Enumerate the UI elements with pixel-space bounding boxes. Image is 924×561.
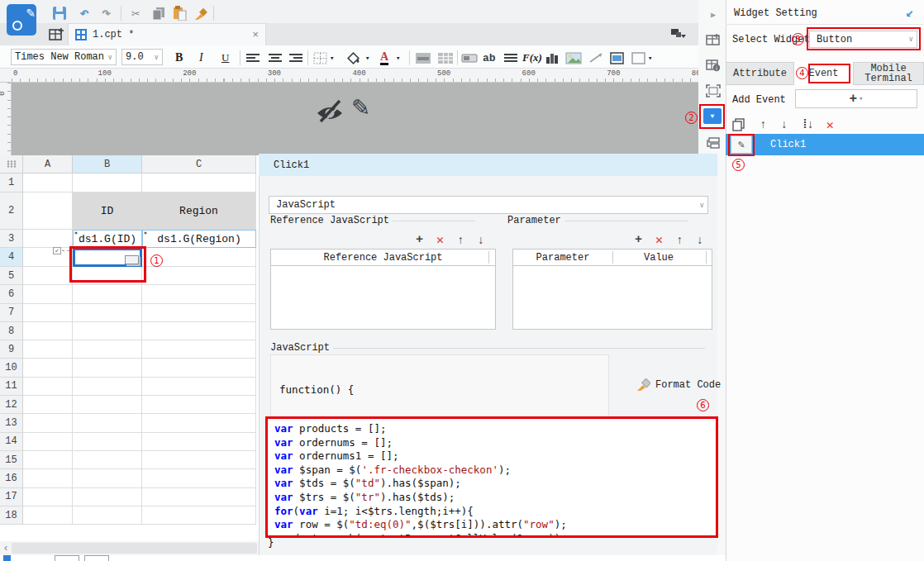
cell-A5[interactable] (23, 267, 73, 285)
sort-icon[interactable]: ⁞↓ (802, 118, 812, 131)
cell-A2[interactable] (23, 193, 73, 230)
fill-color-button[interactable] (347, 50, 362, 66)
row-header-3[interactable]: 3 (0, 230, 23, 248)
row-header-10[interactable]: 10 (0, 359, 23, 377)
cell-B17[interactable] (73, 488, 142, 506)
event-list-item-click1[interactable]: ✎ Click1 (726, 134, 924, 155)
row-header-5[interactable]: 5 (0, 267, 23, 285)
shape-caret-icon[interactable]: ▾ (648, 50, 652, 66)
cell-C6[interactable] (142, 285, 256, 303)
row-header-7[interactable]: 7 (0, 304, 23, 322)
cell-attribute-button[interactable]: i (704, 57, 722, 74)
align-right-button[interactable] (289, 50, 302, 66)
cell-B10[interactable] (73, 359, 142, 377)
reference-js-table[interactable]: Reference JavaScript (270, 249, 496, 330)
cell-C11[interactable] (142, 378, 256, 396)
cell-B3[interactable]: ds1.G(ID) (73, 230, 142, 248)
cell-A3[interactable] (23, 230, 73, 248)
text-widget-button[interactable] (461, 50, 478, 66)
cell-A7[interactable] (23, 304, 73, 322)
float-element-button[interactable] (704, 83, 722, 99)
cell-B13[interactable] (73, 414, 142, 432)
move-down-icon[interactable]: ↓ (696, 234, 703, 247)
move-up-icon[interactable]: ↑ (676, 234, 683, 247)
condition-attribute-button[interactable] (704, 135, 722, 151)
row-header-13[interactable]: 13 (0, 414, 23, 432)
cell-C8[interactable] (142, 322, 256, 340)
cell-C12[interactable] (142, 396, 256, 414)
horizontal-scrollbar[interactable]: ‹ (0, 541, 259, 555)
add-icon[interactable]: + (416, 233, 423, 247)
delete-icon[interactable]: ✕ (655, 232, 663, 248)
copy-button[interactable] (149, 4, 169, 22)
format-code-button[interactable]: Format Code (636, 378, 721, 392)
row-header-11[interactable]: 11 (0, 378, 23, 396)
cell-A8[interactable] (23, 322, 73, 340)
cell-B9[interactable] (73, 340, 142, 359)
scroll-left-icon[interactable]: ‹ (0, 543, 12, 554)
italic-button[interactable]: I (199, 50, 203, 66)
row-header-17[interactable]: 17 (0, 488, 23, 506)
row-header-18[interactable]: 18 (0, 506, 23, 525)
row-header-6[interactable]: 6 (0, 285, 23, 303)
column-header-B[interactable]: B (73, 155, 142, 174)
cell-C3[interactable]: ds1.G(Region) (142, 230, 256, 248)
cell-C2[interactable]: Region (142, 193, 256, 230)
scrollbar-track[interactable] (12, 543, 257, 554)
formula-button[interactable]: F(x) (522, 50, 542, 66)
bold-button[interactable]: B (175, 50, 183, 66)
parameter-table[interactable]: Parameter Value (512, 249, 712, 330)
move-up-icon[interactable]: ↑ (457, 234, 464, 247)
column-header-A[interactable]: A (23, 155, 73, 174)
cell-A17[interactable] (23, 488, 73, 506)
tab-attribute[interactable]: Attribute (726, 62, 794, 85)
cell-A15[interactable] (23, 451, 73, 469)
cell-B1[interactable] (73, 174, 142, 193)
copy-event-icon[interactable] (732, 118, 745, 131)
tab-list-button[interactable] (669, 27, 689, 42)
split-cells-button[interactable] (437, 50, 454, 66)
javascript-code-editor[interactable]: var products = [];var ordernums = [];var… (265, 416, 718, 538)
cell-B2[interactable]: ID (73, 193, 142, 230)
report-block-button[interactable] (610, 50, 624, 66)
delete-event-icon[interactable]: ✕ (826, 117, 834, 133)
cell-B11[interactable] (73, 378, 142, 396)
cell-C16[interactable] (142, 469, 256, 487)
format-painter-button[interactable] (191, 4, 211, 22)
cell-element-button[interactable] (704, 31, 722, 48)
cell-A6[interactable] (23, 285, 73, 303)
row-header-15[interactable]: 15 (0, 451, 23, 469)
undo-button[interactable]: ↶ (74, 4, 94, 22)
column-header-C[interactable]: C (142, 155, 256, 174)
tab-mobile-terminal[interactable]: Mobile Terminal (853, 62, 924, 85)
cell-B18[interactable] (73, 506, 142, 525)
cell-B15[interactable] (73, 451, 142, 469)
cell-A12[interactable] (23, 396, 73, 414)
line-button[interactable] (588, 50, 603, 66)
add-icon[interactable]: + (635, 233, 642, 247)
cut-button[interactable]: ✂ (126, 4, 145, 22)
tab-close-icon[interactable]: × (252, 29, 259, 41)
cell-C15[interactable] (142, 451, 256, 469)
cell-C18[interactable] (142, 506, 256, 525)
row-header-9[interactable]: 9 (0, 340, 23, 359)
font-color-caret-icon[interactable]: ▾ (396, 50, 400, 66)
tab-1cpt[interactable]: 1.cpt * × (68, 23, 266, 45)
move-up-icon[interactable]: ↑ (760, 118, 766, 131)
delete-icon[interactable]: ✕ (436, 232, 444, 248)
shape-button[interactable] (631, 50, 645, 66)
row-header-8[interactable]: 8 (0, 322, 23, 340)
font-color-button[interactable]: A (380, 50, 388, 65)
cell-C9[interactable] (142, 340, 256, 359)
cell-C14[interactable] (142, 433, 256, 451)
cell-B8[interactable] (73, 322, 142, 340)
dock-pin-icon[interactable]: ↙ (906, 4, 914, 21)
cell-B12[interactable] (73, 396, 142, 414)
cell-A18[interactable] (23, 506, 73, 525)
collapse-panel-button[interactable]: ▶ (704, 7, 722, 23)
cell-B14[interactable] (73, 433, 142, 451)
font-family-select[interactable]: Times New Roman∨ (11, 49, 117, 65)
row-header-4[interactable]: 4 (0, 248, 23, 267)
cell-B7[interactable] (73, 304, 142, 322)
text-edit-button[interactable]: ab (483, 50, 496, 66)
